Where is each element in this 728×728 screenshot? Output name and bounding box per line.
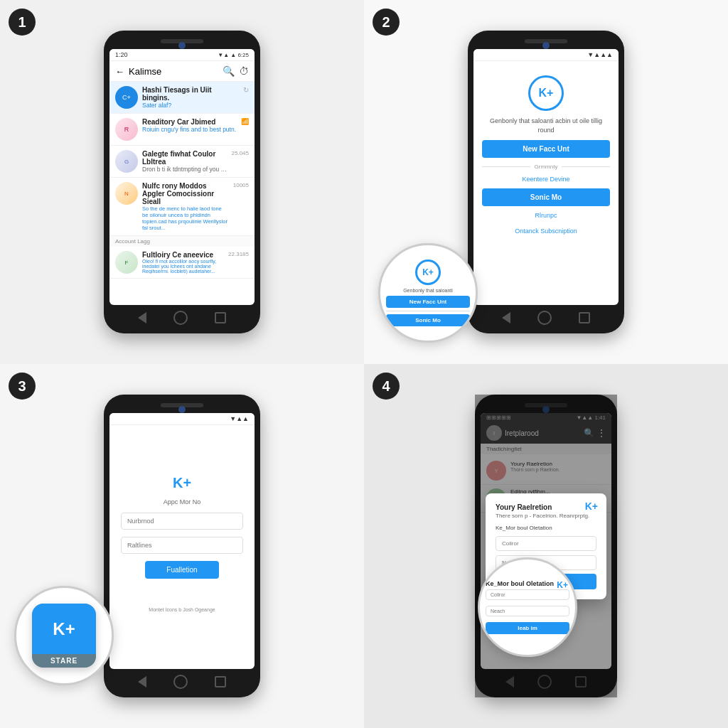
zoom-kplus-logo: K+ — [415, 259, 441, 285]
zoom-divider — [386, 311, 470, 311]
rlrunpc-link[interactable]: Rlrunpc — [535, 212, 557, 219]
zoom-dialog-title: Ke_Mor boul Oletation — [486, 580, 554, 587]
sonic-mo-button[interactable]: Sonic Mo — [482, 188, 610, 206]
account-label: Account Lagg — [109, 236, 255, 247]
msg-content-2: Galegte fiwhat Coulor Lbltrea Dron b ti … — [142, 150, 228, 173]
avatar-3: N — [115, 182, 138, 205]
msg-name-2: Galegte fiwhat Coulor Lbltrea — [142, 150, 228, 166]
login-footer-text: Montet Icons b Josh Ogeange — [149, 607, 215, 612]
back-button-1[interactable] — [138, 312, 146, 323]
home-button-1[interactable] — [173, 311, 188, 325]
phone-home-bar-3 — [124, 675, 240, 689]
msg-preview-2: Dron b ti ik tdntmpting of you app car H… — [142, 166, 228, 173]
kplus-description: Genbonly that saloanti acbin ut oile til… — [482, 117, 610, 134]
recent-button-3[interactable] — [215, 676, 226, 687]
home-button-2[interactable] — [537, 311, 552, 325]
phone-1: 1:20 ▼▲ ▲ 6:25 ← Kalimse 🔍 ⏱ C+ Hashi Ti… — [104, 31, 260, 333]
divider-text: Grmmnty — [535, 164, 558, 170]
back-button-3[interactable] — [138, 676, 146, 687]
quadrant-4: 4 ⊞⊞⊞⊞⊞ ▼▲▲ 1:41 I Iretplarood 🔍 ⋮ Thadl… — [364, 364, 728, 728]
step-number-3: 3 — [9, 373, 36, 400]
zoom-description: Genbonly that saloanti — [403, 288, 453, 293]
login-subtitle: Appc Mor No — [164, 498, 201, 505]
msg-content-3: Nulfc rony Moddos Apgler Comocissionr Si… — [142, 182, 229, 231]
message-item-1[interactable]: R Readitory Car Jbimed Roiuin cngu'y fin… — [109, 114, 255, 146]
phone-home-bar-2 — [488, 311, 604, 325]
phone-camera-2 — [542, 42, 550, 49]
message-item-4[interactable]: F Fultloiry Ce aneevice Oleo! fi mot acc… — [109, 247, 255, 279]
login-footer: Montet Icons b Josh Ogeange — [149, 607, 215, 612]
kplus-logo-text: K+ — [539, 87, 554, 100]
login-logo: K+ — [173, 475, 191, 491]
zoom-btn1[interactable]: New Facc Unt — [386, 296, 470, 308]
recent-button-2[interactable] — [579, 312, 590, 323]
login-kplus-text: K+ — [173, 475, 191, 491]
msg-time-2: 25.045 — [232, 150, 249, 156]
zoom-btn2[interactable]: Sonic Mo — [386, 314, 470, 326]
quadrant-1: 1 1:20 ▼▲ ▲ 6:25 ← Kalimse 🔍 ⏱ C+ — [0, 0, 364, 364]
recent-button-1[interactable] — [215, 312, 226, 323]
phone-3: ▼▲▲ K+ Appc Mor No Fualletion Montet Ico… — [104, 395, 260, 697]
dialog-label: Ke_Mor boul Oletation — [496, 525, 596, 531]
msg-preview-4: Oleo! fi mot accolilor aocy sourfly, ine… — [142, 259, 224, 274]
msg-time-4: 22.3185 — [228, 251, 249, 257]
zoom-circle-3: K+ STARE — [14, 586, 114, 685]
zoom-dialog-btn[interactable]: Ieab im — [486, 622, 569, 634]
msg-name-1: Readitory Car Jbimed — [142, 118, 237, 126]
quadrant-2: 2 ▼▲▲▲ K+ Genbonly that saloanti acbin u… — [364, 0, 728, 364]
message-item-2[interactable]: G Galegte fiwhat Coulor Lbltrea Dron b t… — [109, 146, 255, 178]
zoom-circle-2: K+ Genbonly that saloanti New Facc Unt S… — [378, 243, 478, 343]
message-item-0[interactable]: C+ Hashi Tiesags in Uiit bingins. Sater … — [109, 82, 255, 114]
msg-meta-4: 22.3185 — [228, 251, 249, 257]
divider-line-right — [562, 166, 610, 167]
avatar-1: R — [115, 118, 138, 141]
avatar-4: F — [115, 251, 138, 274]
phone-2: ▼▲▲▲ K+ Genbonly that saloanti acbin ut … — [468, 31, 624, 333]
phone-home-bar-1 — [124, 311, 240, 325]
app-icon-kplus: K+ — [53, 619, 75, 639]
phone-screen-2: ▼▲▲▲ K+ Genbonly that saloanti acbin ut … — [473, 49, 619, 305]
msg-content-1: Readitory Car Jbimed Roiuin cngu'y fins … — [142, 118, 237, 133]
msg-time-3: 10005 — [233, 182, 249, 188]
login-username-input[interactable] — [121, 513, 243, 530]
zoom-input-1[interactable] — [486, 589, 569, 600]
s3-icons: ▼▲▲ — [230, 415, 249, 422]
status-time-1: 1:20 — [115, 51, 128, 58]
status-signal-1: ▼▲ ▲ 6:25 — [218, 52, 249, 58]
step-number-4: 4 — [373, 373, 400, 400]
kplus-divider: Grmmnty — [482, 164, 610, 170]
login-button[interactable]: Fualletion — [145, 561, 218, 579]
login-password-input[interactable] — [121, 537, 243, 554]
subscription-link[interactable]: Ontanck Subscniption — [515, 228, 577, 235]
dialog-input-1[interactable] — [496, 536, 596, 551]
header-title: Kalimse — [129, 66, 218, 77]
app-icon-bottom: STARE — [32, 654, 96, 668]
kplus-screen: K+ Genbonly that saloanti acbin ut oile … — [473, 61, 619, 243]
wifi-icon-1: 📶 — [241, 118, 249, 125]
status-bar-3: ▼▲▲ — [109, 413, 255, 425]
app-icon-top: K+ — [32, 604, 96, 654]
timer-icon[interactable]: ⏱ — [239, 65, 249, 77]
msg-name-3: Nulfc rony Moddos Apgler Comocissionr Si… — [142, 182, 229, 205]
status-bar-1: 1:20 ▼▲ ▲ 6:25 — [109, 49, 255, 61]
search-icon[interactable]: 🔍 — [223, 65, 235, 77]
back-button-2[interactable] — [502, 312, 510, 323]
new-account-button[interactable]: New Facc Unt — [482, 140, 610, 158]
step-number-2: 2 — [373, 9, 400, 36]
msg-name-0: Hashi Tiesags in Uiit bingins. — [142, 86, 239, 102]
back-icon[interactable]: ← — [115, 66, 124, 77]
home-button-3[interactable] — [173, 675, 188, 689]
quadrant-3: 3 K+ STARE ▼▲▲ K+ Appc Mor No — [0, 364, 364, 728]
msg-meta-3: 10005 — [233, 182, 249, 188]
phone-screen-1: 1:20 ▼▲ ▲ 6:25 ← Kalimse 🔍 ⏱ C+ Hashi Ti… — [109, 49, 255, 305]
msg-meta-2: 25.045 — [232, 150, 249, 156]
msg-preview-1: Roiuin cngu'y fins and to best putn. — [142, 126, 237, 133]
dialog-subtitle: There sorn p - Facelrion. Reanrprptg. — [496, 513, 596, 519]
status-bar-2: ▼▲▲▲ — [473, 49, 619, 61]
msg-preview-0: Sater alaf? — [142, 102, 239, 109]
phone-camera-3 — [178, 406, 186, 413]
zoom-input-2[interactable] — [486, 606, 569, 616]
message-item-3[interactable]: N Nulfc rony Moddos Apgler Comocissionr … — [109, 178, 255, 236]
keentere-link[interactable]: Keentere Devine — [522, 176, 569, 183]
dialog-title: Youry Raelretion — [496, 503, 596, 511]
